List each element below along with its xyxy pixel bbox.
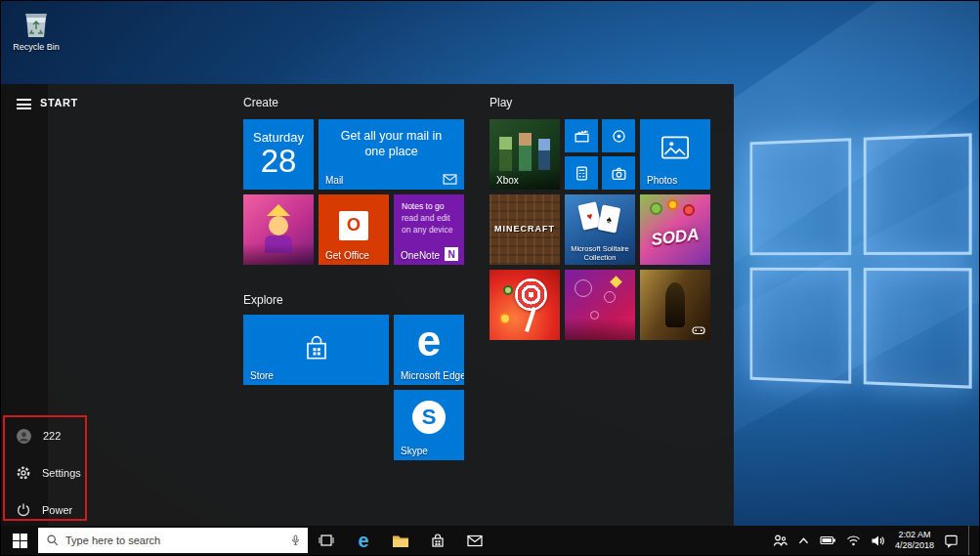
skype-logo: S — [412, 401, 446, 434]
battery-icon — [820, 535, 836, 546]
group-label-create: Create — [243, 96, 278, 109]
mail-tile-label: Mail — [325, 175, 343, 186]
search-input[interactable] — [65, 535, 283, 546]
system-tray: 2:02 AM 4/28/2018 — [772, 526, 979, 555]
edge-icon: e — [358, 531, 368, 550]
tile-candy-crush-saga[interactable] — [490, 270, 560, 340]
envelope-icon — [443, 174, 457, 185]
mail-tile-message: Get all your mail in one place — [319, 119, 464, 160]
store-label: Store — [250, 370, 274, 381]
calculator-icon — [574, 165, 590, 182]
task-view-icon — [319, 533, 334, 548]
gear-icon — [16, 465, 31, 481]
settings-button[interactable]: Settings — [1, 458, 221, 488]
tile-get-office[interactable]: O Get Office — [319, 194, 389, 265]
power-button[interactable]: Power — [1, 495, 221, 525]
taskbar-search-box[interactable] — [38, 528, 308, 553]
store-taskbar-button[interactable] — [419, 526, 456, 555]
battery-status-button[interactable] — [820, 535, 836, 546]
record-bullseye-icon — [611, 128, 627, 145]
candy-art — [667, 199, 678, 210]
movies-tv-icon — [574, 128, 590, 145]
task-view-button[interactable] — [308, 526, 345, 555]
taskbar-clock[interactable]: 2:02 AM 4/28/2018 — [895, 530, 934, 552]
wallpaper-logo-pane — [750, 267, 851, 383]
network-status-button[interactable] — [846, 535, 861, 546]
tile-skype[interactable]: S Skype — [394, 390, 464, 460]
tile-groove-music[interactable] — [602, 119, 635, 152]
power-label: Power — [42, 504, 72, 516]
settings-label: Settings — [42, 467, 81, 479]
tile-calculator[interactable] — [565, 156, 598, 190]
soda-logo: SODA — [640, 224, 710, 252]
warrior-silhouette — [665, 282, 685, 327]
candy-art — [503, 285, 513, 295]
crown-icon — [267, 204, 290, 216]
tile-xbox[interactable]: Xbox — [490, 119, 560, 190]
microphone-icon[interactable] — [289, 534, 302, 548]
tile-march-of-empires[interactable] — [640, 270, 710, 340]
group-label-play: Play — [490, 96, 512, 109]
user-name-label: 222 — [43, 430, 61, 442]
onenote-logo: N — [445, 247, 458, 261]
start-menu-title: START — [40, 97, 78, 108]
wifi-icon — [846, 535, 861, 546]
tray-overflow-button[interactable] — [797, 536, 810, 545]
tile-minecraft[interactable]: MINECRAFT — [490, 194, 560, 265]
tile-bubble-witch-saga[interactable] — [565, 270, 635, 340]
tile-solitaire[interactable]: ♥ ♠ Microsoft Solitaire Collection — [565, 194, 635, 265]
solitaire-label: Microsoft Solitaire Collection — [565, 244, 635, 262]
character-face — [269, 216, 288, 235]
bubble-art — [575, 279, 592, 297]
game-character — [499, 137, 512, 150]
hamburger-menu-button[interactable] — [17, 99, 31, 109]
onenote-note-line: Notes to go — [402, 201, 464, 213]
lollipop-art — [515, 278, 547, 311]
start-menu: START 222 Settings Power — [1, 84, 734, 528]
onenote-note-line: on any device — [402, 225, 464, 236]
tile-movies-tv[interactable] — [565, 119, 598, 152]
camera-icon — [611, 165, 627, 182]
tile-photos[interactable]: Photos — [640, 119, 710, 190]
recycle-bin[interactable]: Recycle Bin — [11, 9, 62, 52]
sparkle-art — [614, 279, 618, 284]
recycle-bin-label: Recycle Bin — [11, 42, 62, 52]
people-button[interactable] — [772, 534, 788, 548]
show-desktop-button[interactable] — [968, 526, 973, 555]
tile-camera[interactable] — [602, 156, 635, 190]
mail-taskbar-button[interactable] — [456, 526, 493, 555]
user-account-button[interactable]: 222 — [1, 421, 221, 450]
game-character — [538, 150, 550, 170]
start-button[interactable] — [1, 526, 38, 555]
action-center-button[interactable] — [944, 534, 959, 548]
get-office-label: Get Office — [325, 250, 369, 261]
clock-time: 2:02 AM — [895, 530, 934, 540]
tile-game-promo[interactable] — [243, 194, 314, 265]
minecraft-logo: MINECRAFT — [490, 224, 560, 234]
tile-microsoft-edge[interactable]: e Microsoft Edge — [394, 315, 464, 385]
wallpaper-windows-logo — [750, 133, 972, 388]
wallpaper-logo-pane — [750, 138, 851, 254]
candy-art — [683, 204, 695, 216]
edge-logo: e — [394, 320, 464, 363]
tile-mail[interactable]: Get all your mail in one place Mail — [319, 119, 464, 190]
folder-icon — [392, 534, 409, 548]
tile-onenote[interactable]: Notes to go read and edit on any device … — [394, 194, 464, 265]
volume-button[interactable] — [871, 535, 885, 547]
tile-candy-crush-soda[interactable]: SODA — [640, 194, 710, 265]
power-icon — [16, 502, 31, 518]
action-center-icon — [944, 534, 959, 548]
tile-store[interactable]: Store — [243, 315, 389, 385]
wallpaper-logo-pane — [863, 133, 971, 254]
tile-calendar[interactable]: Saturday 28 — [243, 119, 314, 190]
recycle-bin-icon — [21, 9, 51, 40]
wallpaper-logo-pane — [863, 268, 971, 389]
store-bag-icon — [300, 332, 333, 365]
onenote-label: OneNote — [401, 250, 440, 261]
edge-taskbar-button[interactable]: e — [345, 526, 382, 555]
store-bag-icon — [430, 533, 446, 548]
user-avatar-icon — [16, 428, 32, 445]
people-icon — [772, 534, 788, 548]
file-explorer-button[interactable] — [382, 526, 419, 555]
playing-card-spade: ♠ — [598, 204, 621, 233]
